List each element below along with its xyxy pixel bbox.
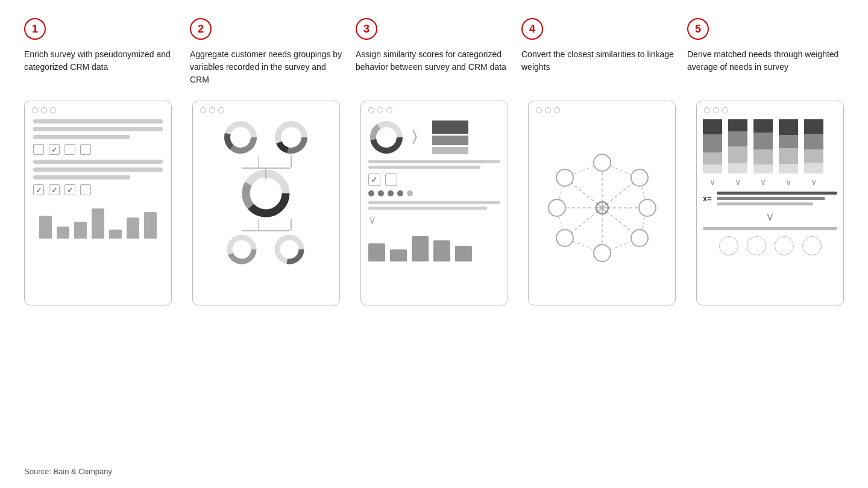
d3-bar-med [432,136,468,145]
d5-circle-2 [747,236,766,255]
d1-line-2 [33,127,163,131]
d5-seg-5-lighter [804,163,823,174]
d1-line-4 [33,160,163,164]
d1-bar-6 [127,217,139,239]
step-3-number: 3 [356,18,377,40]
d3-chevron-down: ∨ [368,213,500,227]
d5-seg-4-med [779,135,798,148]
d3-dot-2 [378,190,384,196]
diagram-3-dots [361,101,508,117]
d5-chevron-1: ∨ [703,177,722,187]
d5-formula-row: x= [703,192,837,205]
d3-barchart-5 [455,246,472,261]
dot-d5-2 [713,107,719,113]
d5-formula-lines [717,192,837,205]
step-4: 4 Convert the closest similarities to li… [521,18,678,74]
dot-d2-1 [200,107,206,113]
d5-seg-2-dark [728,119,747,131]
d3-barchart-1 [368,243,385,261]
donut-d3 [368,119,404,155]
d5-seg-1-lighter [703,164,722,174]
dot-3 [50,107,56,113]
dot-d2-2 [209,107,215,113]
donut-bottom-right [273,233,306,266]
d5-chevrons-row: ∨ ∨ ∨ ∨ ∨ [703,177,837,187]
step-5-header: 5 [687,18,709,40]
dot-d4-1 [536,107,542,113]
svg-point-34 [639,199,656,216]
d5-circle-4 [802,236,822,255]
diagram-2 [192,101,340,305]
dot-d3-3 [386,107,392,113]
d3-barchart-2 [390,249,407,261]
d5-seg-5-light [804,149,823,163]
d2-h-connector-bottom [242,230,290,231]
d5-chevron-3: ∨ [753,177,773,187]
d1-checkrow-2: ✓ ✓ ✓ [33,184,163,195]
d3-line-3 [368,201,500,204]
connector-h-bottom [242,230,290,231]
diagram-1: ✓ ✓ ✓ ✓ [24,101,172,305]
svg-point-39 [556,169,573,186]
d5-seg-1-dark [703,119,722,134]
diagram-4-dots [529,101,675,117]
svg-point-36 [594,245,611,261]
d1-bar-chart [33,202,163,239]
d5-stack-3 [753,119,773,174]
network-svg [542,136,662,280]
d3-bar-chart [368,231,500,261]
d5-seg-1-med [703,134,722,152]
steps-row: 1 Enrich survey with pseudonymized and c… [24,18,844,86]
d3-bar-dark [432,120,468,134]
dot-d4-3 [554,107,560,113]
step-2-text: Aggregate customer needs groupings by va… [190,48,347,86]
checkbox-3 [64,144,75,155]
d3-lines-2 [368,201,500,210]
step-4-header: 4 [521,18,543,40]
d1-bar-2 [57,227,69,239]
step-5: 5 Derive matched needs through weighted … [687,18,844,74]
step-3-header: 3 [356,18,377,40]
checkbox-8 [80,184,91,195]
d5-stacked-bars [703,119,837,174]
d3-dot-1 [368,190,374,196]
d1-bar-7 [144,212,157,239]
d3-line-4 [368,207,487,210]
checkbox-2: ✓ [49,144,60,155]
d5-seg-3-light [753,149,773,164]
step-2: 2 Aggregate customer needs groupings by … [190,18,347,86]
d1-bar-3 [74,222,87,239]
diagram-3: 〉 ✓ [360,101,508,305]
checkbox-7: ✓ [64,184,75,195]
d5-seg-2-lighter [728,163,747,174]
diagram-2-dots [193,101,339,117]
d5-formula-line-3 [717,202,813,205]
d5-circle-3 [775,236,794,255]
d5-stack-4 [779,119,798,174]
d2-top-donuts [222,119,309,155]
d5-seg-2-light [728,146,747,163]
d5-seg-4-lighter [779,164,798,174]
d5-circle-1 [719,236,738,255]
d5-seg-4-dark [779,119,798,135]
step-3: 3 Assign similarity scores for categoriz… [356,18,512,74]
d1-survey-content: ✓ ✓ ✓ ✓ [25,117,171,241]
d1-bar-1 [39,216,52,239]
d5-seg-3-lighter [753,164,773,174]
dot-d4-2 [545,107,551,113]
step-3-text: Assign similarity scores for categorized… [356,48,512,74]
d3-checkbox-empty [385,174,397,186]
diagrams-row: ✓ ✓ ✓ ✓ [24,101,844,458]
d5-big-chevron: ∨ [703,209,837,224]
step-5-text: Derive matched needs through weighted av… [687,48,844,74]
d5-seg-2-med [728,131,747,146]
svg-point-33 [631,169,648,186]
step-1: 1 Enrich survey with pseudonymized and c… [24,18,181,74]
d5-formula-line-2 [717,197,825,200]
connector-v-right [291,155,292,167]
d5-seg-1-light [703,152,722,164]
d3-top-section: 〉 [368,119,500,155]
step-2-header: 2 [190,18,212,40]
step-1-text: Enrich survey with pseudonymized and cat… [24,48,181,74]
diagram-5: ∨ ∨ ∨ ∨ ∨ x= ∨ [696,101,844,305]
